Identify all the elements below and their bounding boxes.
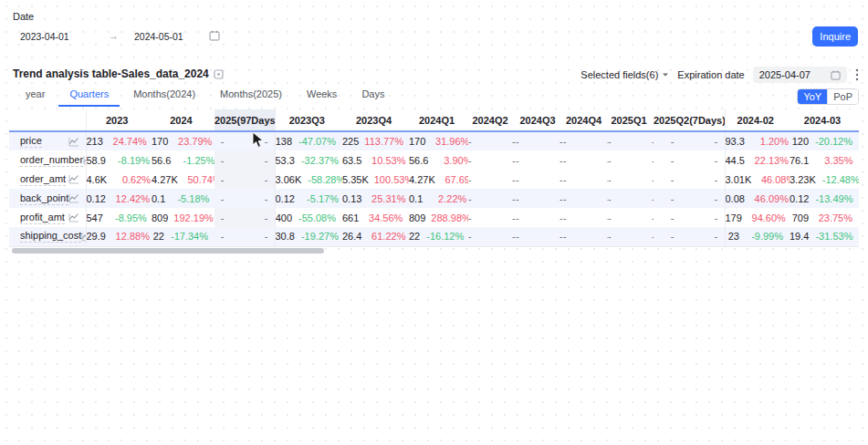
- cell-percent: -: [525, 136, 563, 147]
- cell-percent: -: [680, 155, 718, 166]
- expiration-date-input[interactable]: 2025-04-07: [753, 67, 847, 83]
- cell-percent: -: [617, 155, 654, 166]
- line-chart-icon[interactable]: [68, 137, 79, 147]
- cell-value: -: [214, 174, 230, 185]
- tab-weeks[interactable]: Weeks: [307, 88, 337, 99]
- value-cell: 76.13.35%: [790, 150, 859, 170]
- cell-value: 26.4: [342, 231, 367, 242]
- line-chart-icon[interactable]: [68, 174, 79, 184]
- cell-value: -: [468, 193, 477, 204]
- value-cell: 63.510.53%: [342, 150, 409, 170]
- cell-value: 23: [726, 231, 746, 242]
- metric-name: order_amt: [20, 173, 66, 186]
- value-cell: 21324.74%: [86, 131, 152, 150]
- cell-value: 0.12: [790, 193, 814, 204]
- cell-value: -: [214, 155, 230, 166]
- value-cell: 547-8.95%: [86, 208, 152, 227]
- start-date-input[interactable]: 2023-04-01: [20, 31, 69, 42]
- value-cell: 3.23K-12.48%: [790, 170, 859, 189]
- cell-value: -: [654, 174, 680, 185]
- metric-cell: price: [9, 131, 86, 150]
- inquire-button[interactable]: Inquire: [812, 26, 858, 47]
- tab-year[interactable]: year: [26, 88, 45, 99]
- cell-value: 53.3: [276, 155, 300, 166]
- horizontal-scrollbar[interactable]: [12, 248, 324, 254]
- cell-value: 3.01K: [726, 174, 758, 185]
- value-cell: --: [516, 227, 563, 246]
- cell-percent: 192.19%: [173, 212, 212, 223]
- cell-value: -: [608, 212, 617, 223]
- cell-value: -: [654, 155, 680, 166]
- value-cell: --: [654, 131, 725, 150]
- value-cell: --: [563, 227, 608, 246]
- cell-percent: 46.09%: [750, 193, 789, 204]
- cell-percent: 3.90%: [434, 155, 468, 166]
- calendar-icon[interactable]: [209, 30, 220, 41]
- cell-value: 0.12: [87, 193, 111, 204]
- mode-pop-button[interactable]: PoP: [827, 89, 858, 104]
- value-cell: 400-55.08%: [275, 208, 342, 227]
- value-cell: --: [214, 227, 275, 246]
- value-cell: 809192.19%: [152, 208, 214, 227]
- cell-value: 93.3: [726, 136, 750, 147]
- value-cell: 0.12-5.17%: [275, 189, 342, 208]
- metric-name: back_point: [20, 192, 68, 205]
- cell-value: 179: [726, 212, 748, 223]
- cell-value: 0.12: [276, 193, 300, 204]
- page-title: Trend analysis table-Sales_data_2024: [13, 67, 209, 80]
- line-chart-icon[interactable]: [68, 193, 79, 203]
- cell-percent: -47.07%: [298, 136, 336, 147]
- cell-percent: 10.53%: [367, 155, 405, 166]
- cell-value: -: [468, 212, 477, 223]
- column-header: 2024Q4: [563, 109, 608, 131]
- calendar-icon: [831, 70, 841, 80]
- cell-percent: -17.34%: [170, 231, 208, 242]
- value-cell: 56.6-1.25%: [152, 150, 214, 170]
- cell-percent: 100.53%: [374, 174, 409, 185]
- cell-percent: -: [477, 155, 516, 166]
- mode-yoy-button[interactable]: YoY: [798, 89, 827, 104]
- tab-quarters[interactable]: Quarters: [69, 88, 109, 99]
- value-cell: --: [214, 170, 275, 189]
- cell-percent: -: [525, 174, 563, 185]
- cell-value: 19.4: [790, 231, 814, 242]
- cell-value: -: [654, 212, 680, 223]
- value-cell: 19.4-31.53%: [790, 227, 859, 246]
- cell-percent: -: [617, 136, 654, 147]
- cell-percent: -: [572, 212, 608, 223]
- cell-percent: -31.53%: [814, 231, 852, 242]
- value-cell: 22-17.34%: [152, 227, 214, 246]
- value-cell: 3.06K-58.28%: [275, 170, 342, 189]
- value-cell: --: [654, 227, 725, 246]
- selected-fields-dropdown[interactable]: Selected fields(6): [580, 69, 669, 80]
- cell-percent: -: [230, 155, 268, 166]
- end-date-input[interactable]: 2024-05-01: [134, 31, 183, 42]
- cell-percent: -20.12%: [814, 136, 852, 147]
- cell-percent: -: [572, 174, 608, 185]
- column-header: 2024Q2: [468, 109, 516, 131]
- tab-days[interactable]: Days: [361, 88, 384, 99]
- cell-value: -: [214, 136, 230, 147]
- more-options-icon[interactable]: [855, 68, 859, 81]
- cell-percent: -: [525, 193, 563, 204]
- value-cell: --: [468, 227, 516, 246]
- column-header: 2024: [152, 109, 214, 131]
- cell-value: -: [563, 136, 572, 147]
- cell-percent: -: [572, 231, 608, 242]
- tab-months-2025-[interactable]: Months(2025): [220, 88, 282, 99]
- cell-percent: -13.49%: [814, 193, 852, 204]
- value-cell: --: [608, 227, 654, 246]
- column-header: 2023: [86, 109, 152, 131]
- cell-value: 170: [152, 136, 173, 147]
- cell-value: -: [214, 193, 230, 204]
- snapshot-icon[interactable]: [214, 67, 224, 80]
- value-cell: 0.1-5.18%: [152, 189, 214, 208]
- value-cell: 17031.96%: [409, 131, 468, 150]
- value-cell: 0.1212.42%: [86, 189, 152, 208]
- cell-value: 709: [790, 212, 814, 223]
- cell-value: -: [563, 231, 572, 242]
- line-chart-icon[interactable]: [68, 212, 79, 222]
- line-chart-icon[interactable]: [81, 232, 86, 242]
- tab-months-2024-[interactable]: Months(2024): [133, 88, 195, 99]
- cell-percent: -: [230, 193, 268, 204]
